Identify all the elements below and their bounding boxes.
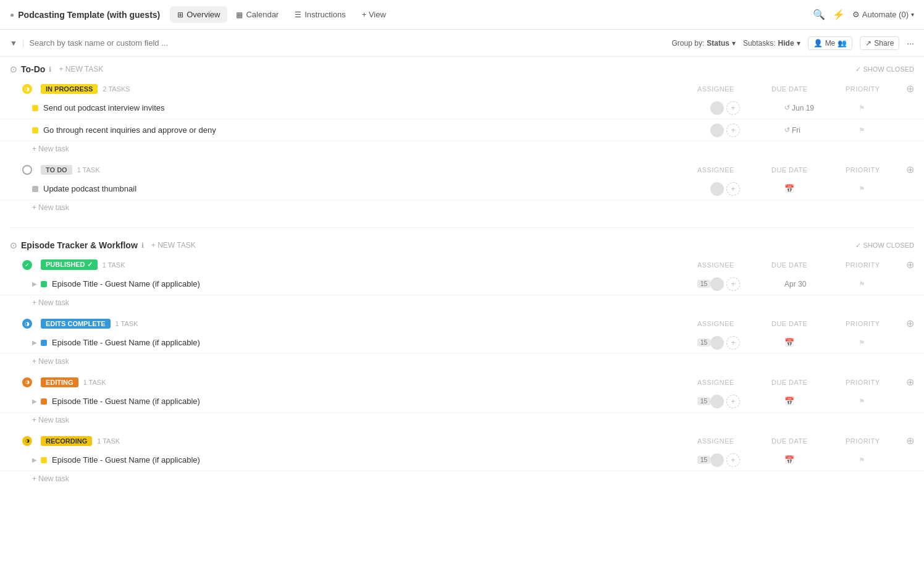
episode-tracker-collapse-icon[interactable]: ⊙ [10,240,17,250]
task-name[interactable]: Go through recent inquiries and approve … [43,125,710,135]
add-assignee-button[interactable]: + [726,101,740,115]
share-button[interactable]: ↗ Share [860,36,899,50]
add-col-button[interactable]: ⊕ [906,164,914,175]
task-assignee-col: + [710,182,784,196]
task-expand-icon[interactable]: ▶ [32,339,37,346]
me-button[interactable]: 👤 Me 👥 [808,36,853,50]
episode-tracker-info-icon[interactable]: ℹ [141,242,144,250]
task-name[interactable]: Episode Title - Guest Name (if applicabl… [52,397,694,406]
published-badge[interactable]: PUBLISHED ✓ [41,259,98,270]
todo-show-closed-button[interactable]: ✓ SHOW CLOSED [855,65,914,74]
avatar [710,101,724,115]
task-priority-col[interactable]: ⚑ [859,185,914,193]
add-assignee-button[interactable]: + [726,124,740,137]
task-due-date-col[interactable]: 📅 [784,455,859,465]
task-expand-icon[interactable]: ▶ [32,280,37,287]
task-priority-col[interactable]: ⚑ [859,456,914,465]
task-priority-col[interactable]: ⚑ [859,104,914,112]
more-options-button[interactable]: ··· [907,38,914,48]
episode-tracker-new-task-button[interactable]: + NEW TASK [151,241,196,250]
group-in-progress: ◑ IN PROGRESS 2 TASKS ASSIGNEE DUE DATE … [0,78,924,156]
add-task-row-published[interactable]: + New task [0,295,924,310]
task-due-date-col[interactable]: Apr 30 [784,280,859,288]
top-nav: ● Podcasting Template (with guests) ⊞ Ov… [0,0,924,30]
add-assignee-button[interactable]: + [726,453,740,467]
task-name[interactable]: Episode Title - Guest Name (if applicabl… [52,338,694,347]
task-name[interactable]: Episode Title - Guest Name (if applicabl… [52,455,694,465]
in-progress-badge[interactable]: IN PROGRESS [41,84,98,94]
bolt-icon[interactable]: ⚡ [833,9,845,20]
search-icon[interactable]: 🔍 [813,9,825,20]
share-icon: ↗ [865,39,872,48]
group-by-chevron-icon: ▾ [732,39,736,48]
task-due-date-col[interactable]: ↺ Jun 19 [784,104,859,112]
add-col-button[interactable]: ⊕ [906,259,914,271]
task-priority-col[interactable]: ⚑ [859,280,914,288]
task-status-dot [32,105,38,111]
edits-complete-badge[interactable]: EDITS COMPLETE [41,319,111,329]
table-row: ▶ Episode Title - Guest Name (if applica… [0,449,924,471]
subtasks-chevron-icon: ▾ [797,39,800,48]
nav-right: 🔍 ⚡ ⚙ Automate (0) ▾ [813,9,914,20]
group-by-label: Group by: [672,39,705,48]
add-task-row-todo[interactable]: + New task [0,200,924,215]
subtasks-button[interactable]: Subtasks: Hide ▾ [743,39,800,48]
add-assignee-button[interactable]: + [726,277,740,291]
add-col-button[interactable]: ⊕ [906,83,914,95]
todo-new-task-button[interactable]: + NEW TASK [59,65,103,74]
task-status-dot [32,127,38,133]
search-input[interactable] [29,38,666,48]
task-name[interactable]: Update podcast thumbnail [43,184,710,193]
task-priority-col[interactable]: ⚑ [859,339,914,347]
task-name[interactable]: Episode Title - Guest Name (if applicabl… [52,279,694,288]
add-col-button[interactable]: ⊕ [906,435,914,447]
task-due-date-col[interactable]: 📅 [784,397,859,406]
task-due-date-col[interactable]: 📅 [784,184,859,193]
priority-flag-icon: ⚑ [859,104,865,112]
add-col-button[interactable]: ⊕ [906,318,914,329]
add-assignee-button[interactable]: + [726,182,740,196]
task-due-date-col[interactable]: 📅 [784,338,859,347]
add-col-button[interactable]: ⊕ [906,376,914,388]
tab-instructions[interactable]: ☰ Instructions [287,6,353,23]
recording-badge[interactable]: RECORDING [41,436,92,446]
editing-badge[interactable]: EDITING [41,377,78,387]
task-col-values: + ↺ Jun 19 ⚑ [710,101,914,115]
group-by-button[interactable]: Group by: Status ▾ [672,39,736,48]
add-task-row-edits-complete[interactable]: + New task [0,354,924,369]
group-edits-complete-header: ◑ EDITS COMPLETE 1 TASK ASSIGNEE DUE DAT… [0,313,924,332]
priority-col-header: PRIORITY [846,261,901,269]
due-date-value: Apr 30 [784,280,806,288]
task-expand-icon[interactable]: ▶ [32,398,37,405]
priority-col-header: PRIORITY [846,437,901,445]
me-label: Me [825,39,836,48]
subtasks-label: Subtasks: [743,39,776,48]
task-due-date-col[interactable]: ↺ Fri [784,126,859,135]
subtasks-value: Hide [778,39,794,48]
task-priority-col[interactable]: ⚑ [859,397,914,406]
tab-calendar[interactable]: ▦ Calendar [229,6,286,23]
tab-overview[interactable]: ⊞ Overview [170,6,227,23]
task-expand-icon[interactable]: ▶ [32,456,37,463]
priority-flag-icon: ⚑ [859,456,865,465]
add-task-row-inprogress[interactable]: + New task [0,141,924,156]
task-name[interactable]: Send out podcast interview invites [43,103,710,112]
main-content: ⊙ To-Do ℹ + NEW TASK ✓ SHOW CLOSED ◑ IN … [0,57,924,572]
todo-collapse-icon[interactable]: ⊙ [10,64,17,74]
todo-info-icon[interactable]: ℹ [49,65,51,74]
share-label: Share [874,39,894,48]
task-col-values: + 📅 ⚑ [710,336,914,350]
task-col-values: + 📅 ⚑ [710,395,914,408]
episode-tracker-show-closed-button[interactable]: ✓ SHOW CLOSED [855,242,914,250]
add-task-row-recording[interactable]: + New task [0,471,924,486]
add-assignee-button[interactable]: + [726,336,740,350]
group-editing-header: ◑ EDITING 1 TASK ASSIGNEE DUE DATE PRIOR… [0,371,924,390]
task-priority-col[interactable]: ⚑ [859,126,914,135]
add-task-row-editing[interactable]: + New task [0,413,924,427]
automate-button[interactable]: ⚙ Automate (0) ▾ [852,10,914,19]
due-date-col-header: DUE DATE [771,379,846,386]
add-assignee-button[interactable]: + [726,395,740,408]
to-do-badge[interactable]: TO DO [41,165,72,175]
tab-view[interactable]: + View [355,6,393,23]
filter-icon[interactable]: ▼ [10,39,17,48]
